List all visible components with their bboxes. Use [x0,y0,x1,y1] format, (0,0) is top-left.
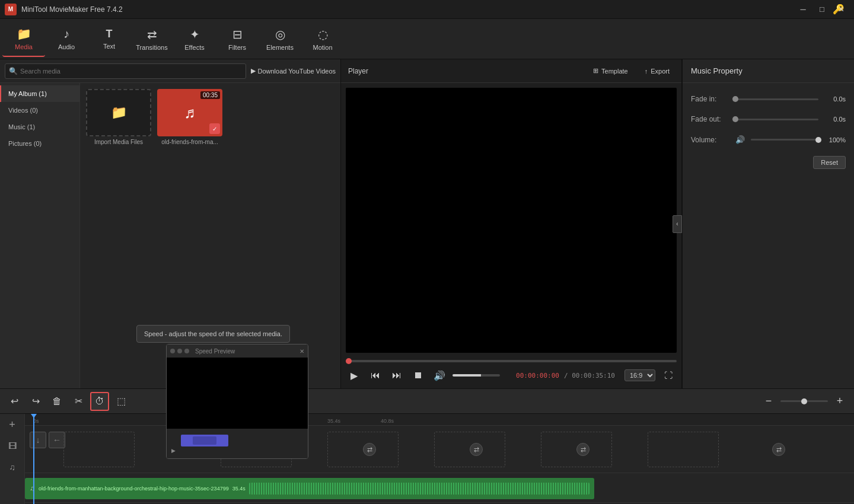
undo-button[interactable]: ↩ [5,392,24,411]
app-title: MiniTool MovieMaker Free 7.4.2 [21,5,833,14]
toolbar-transitions-label: Transitions [136,44,167,51]
volume-value: 100% [824,136,846,143]
template-icon: ⊞ [593,67,598,75]
sidebar-item-videos[interactable]: Videos (0) [0,102,79,119]
maximize-button[interactable]: □ [814,4,830,15]
fade-in-label: Fade in: [691,95,729,103]
toolbar-media[interactable]: 📁 Media [2,21,45,57]
loop-btn-5[interactable]: ⇄ [772,443,785,456]
ruler-35s: 35.4s [327,418,340,424]
redo-button[interactable]: ↪ [26,392,45,411]
media-sidebar: My Album (1) Videos (0) Music (1) Pictur… [0,83,80,388]
split-button[interactable]: ✂ [69,392,88,411]
zoom-controls: − + [759,392,849,411]
progress-bar[interactable] [346,360,677,362]
media-panel: 🔍 ▶ Download YouTube Videos My Album (1)… [0,59,341,388]
toolbar-transitions[interactable]: ⇄ Transitions [130,21,173,57]
loop-btn-4[interactable]: ⇄ [576,443,589,456]
preview-timeline: ▶ [167,429,308,458]
stop-button[interactable]: ⏹ [410,367,426,384]
add-track-button[interactable]: + [4,416,21,433]
preview-close-btn[interactable]: ✕ [299,348,304,355]
loop-btn-3[interactable]: ⇄ [470,443,483,456]
sidebar-item-pictures[interactable]: Pictures (0) [0,135,79,152]
main-layout: 🔍 ▶ Download YouTube Videos My Album (1)… [0,59,854,388]
add-video-clip-button[interactable]: ↓ [30,432,46,448]
speed-button[interactable]: ⏱ [90,392,109,411]
player-header: Player ⊞ Template ↑ Export [341,59,681,83]
toolbar-motion-label: Motion [313,44,332,51]
media-icon: 📁 [17,27,31,41]
volume-slider[interactable] [453,374,500,377]
zoom-out-button[interactable]: − [759,392,778,411]
fade-in-row: Fade in: 0.0s [691,95,846,103]
player-controls: ▶ ⏮ ⏭ ⏹ 🔊 00:00:00:00 / 00:00:35:10 16:9… [341,358,681,388]
import-media-item[interactable]: 📁 Import Media Files [86,89,151,145]
extend-left-button[interactable]: ← [49,432,65,448]
toolbar-filters-label: Filters [228,44,246,51]
volume-button[interactable]: 🔊 [431,367,448,384]
volume-thumb [815,137,821,143]
fade-in-slider[interactable] [735,98,818,100]
minimize-button[interactable]: ─ [795,4,811,15]
toolbar-text-label: Text [103,43,115,50]
zoom-thumb [801,398,807,404]
preview-mini-clip [181,435,228,446]
next-button[interactable]: ⏭ [388,367,405,384]
volume-speaker-icon: 🔊 [735,135,745,144]
toolbar-audio[interactable]: ♪ Audio [45,21,88,57]
fade-out-slider[interactable] [735,119,818,120]
music-media-item[interactable]: ♬ 00:35 ✓ old-friends-from-ma... [157,89,222,145]
close-button[interactable]: ✕ [833,4,849,15]
music-duration-badge: 00:35 [200,91,220,99]
prev-button[interactable]: ⏮ [367,367,384,384]
crop-button[interactable]: ⬚ [111,392,130,411]
zoom-in-button[interactable]: + [830,392,849,411]
media-panel-top: 🔍 ▶ Download YouTube Videos [0,59,340,83]
music-clip[interactable]: ♫ old-friends-from-manhattan-background-… [25,478,594,499]
timeline-toolbar: ↩ ↪ 🗑 ✂ ⏱ ⬚ − + [0,389,854,414]
collapse-panel-button[interactable]: ‹ [673,215,682,233]
toolbar-media-label: Media [15,43,33,50]
search-box[interactable]: 🔍 [5,63,246,79]
toolbar-text[interactable]: T Text [88,21,130,57]
music-property-panel: Music Property Fade in: 0.0s Fade out: 0… [682,59,854,388]
loop-btn-2[interactable]: ⇄ [363,443,376,456]
empty-clip-6 [648,432,719,467]
playhead[interactable] [33,414,34,504]
preview-mini-clip-inner [193,436,216,445]
preview-header-label: Speed Preview [195,348,235,355]
reset-button[interactable]: Reset [813,156,846,169]
import-label: Import Media Files [94,139,143,145]
template-button[interactable]: ⊞ Template [588,65,633,76]
toolbar-filters[interactable]: ⊟ Filters [216,21,259,57]
zoom-slider[interactable] [780,400,828,402]
play-button[interactable]: ▶ [346,367,362,384]
speed-preview-popup: Speed Preview ✕ ▶ [166,344,308,459]
video-preview-area [346,88,677,353]
volume-label: Volume: [691,136,729,144]
preview-video-area [167,358,308,429]
volume-slider-track[interactable] [751,139,818,141]
sidebar-item-my-album[interactable]: My Album (1) [0,85,79,102]
download-yt-label: Download YouTube Videos [258,68,336,75]
motion-icon: ◌ [318,27,328,42]
youtube-icon: ▶ [251,67,256,75]
video-track-row: ↓ ← ⇄ ⇄ ⇄ ⇄ ⇄ [25,426,854,473]
export-button[interactable]: ↑ Export [640,66,674,76]
toolbar-effects[interactable]: ✦ Effects [173,21,216,57]
delete-button[interactable]: 🗑 [47,392,66,411]
toolbar-elements[interactable]: ◎ Elements [259,21,301,57]
aspect-ratio-select[interactable]: 16:9 9:16 1:1 4:3 [624,369,655,381]
import-thumb: 📁 [86,89,151,136]
fullscreen-button[interactable]: ⛶ [660,367,677,384]
search-input[interactable] [20,68,242,75]
transitions-icon: ⇄ [147,27,157,42]
timeline-ruler: 0s 24.5s 32.6s 35.4s 40.8s [25,414,854,426]
progress-thumb [346,358,352,364]
fade-out-label: Fade out: [691,115,729,123]
download-youtube-button[interactable]: ▶ Download YouTube Videos [251,67,336,75]
sidebar-item-music[interactable]: Music (1) [0,119,79,135]
toolbar-motion[interactable]: ◌ Motion [301,21,344,57]
video-track-icon: 🎞 [4,438,21,454]
